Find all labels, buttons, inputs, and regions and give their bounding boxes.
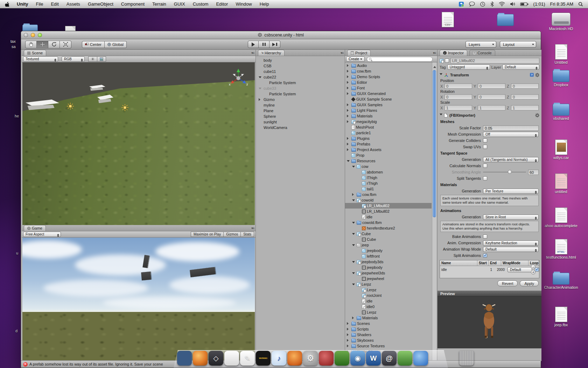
project-item[interactable]: Lerpz xyxy=(345,281,432,287)
project-item[interactable]: jeepwheel xyxy=(345,276,432,281)
foldout-arrow[interactable] xyxy=(347,115,350,117)
project-item[interactable]: Lerpz xyxy=(345,287,432,293)
tab-scene[interactable]: Scene xyxy=(24,50,46,56)
position-x-field[interactable]: 0 xyxy=(444,83,472,89)
hierarchy-item[interactable]: Plane xyxy=(256,108,345,114)
panel-menu-icon[interactable]: ▾≡ xyxy=(433,51,436,55)
scene-platform-large[interactable] xyxy=(26,100,59,111)
project-item[interactable]: Project Assets xyxy=(345,147,432,152)
hand-tool-button[interactable] xyxy=(25,41,37,48)
pause-button[interactable] xyxy=(259,41,270,48)
menu-window[interactable]: Window xyxy=(232,0,255,8)
rotation-z-field[interactable]: 0 xyxy=(511,94,539,100)
project-item[interactable]: Editor xyxy=(345,80,432,85)
foldout-arrow[interactable] xyxy=(352,316,355,319)
project-item[interactable]: tail1 xyxy=(345,186,432,192)
rotation-y-field[interactable]: 0 xyxy=(478,94,505,100)
project-item[interactable]: rThigh xyxy=(345,180,432,186)
menu-clock[interactable]: Fri 8:35 AM xyxy=(550,1,573,7)
project-item[interactable]: jeepbody xyxy=(345,248,432,253)
value-dropdown[interactable]: Store in Root xyxy=(483,214,539,220)
project-item[interactable]: idle xyxy=(345,214,432,220)
hierarchy-item[interactable]: cube22 xyxy=(256,74,345,80)
foldout-arrow[interactable] xyxy=(347,339,350,342)
slider[interactable] xyxy=(483,172,526,172)
project-item[interactable]: Skyboxes xyxy=(345,338,432,343)
foldout-arrow[interactable] xyxy=(347,137,350,140)
menu-unity[interactable]: Unity xyxy=(13,0,32,8)
spotlight-icon[interactable] xyxy=(578,2,583,7)
project-item[interactable]: GUIX Samples xyxy=(345,102,432,108)
project-item[interactable]: Demo Scripts xyxy=(345,74,432,80)
project-item[interactable]: jeep xyxy=(345,242,432,248)
value-dropdown[interactable]: Keyframe Reduction xyxy=(483,240,539,246)
trash-icon[interactable] xyxy=(459,351,474,366)
maximize-on-play-toggle[interactable]: Maximize on Play xyxy=(191,232,224,237)
desktop-icon-ahoo-autocomplete[interactable]: ahoo autocomplete xyxy=(544,207,578,228)
foldout-arrow[interactable] xyxy=(347,328,350,330)
desktop-icon-macintosh-hd[interactable]: Macintosh HD xyxy=(544,13,578,31)
menu-terrain[interactable]: Terrain xyxy=(148,0,170,8)
tab-hierarchy[interactable]: '≡ Hierarchy xyxy=(258,50,285,56)
desktop-icon-csv[interactable]: CSV xyxy=(442,12,454,27)
system-prefs-icon[interactable]: ⚙ xyxy=(303,351,318,366)
foldout-arrow[interactable] xyxy=(347,322,350,325)
hierarchy-item[interactable]: Particle System xyxy=(256,91,345,97)
layout-dropdown[interactable]: Layout xyxy=(500,41,536,48)
position-z-field[interactable]: 0 xyxy=(511,83,539,89)
menu-custom[interactable]: Custom xyxy=(189,0,212,8)
project-item[interactable]: MeshPivot xyxy=(345,124,432,130)
apple-menu[interactable] xyxy=(0,1,13,7)
firefox-icon[interactable] xyxy=(193,351,208,366)
remove-clip-button[interactable]: – xyxy=(531,265,536,269)
slider-value-field[interactable]: 60 xyxy=(528,170,539,175)
red-app-icon[interactable] xyxy=(319,351,334,366)
project-item[interactable]: idle xyxy=(345,298,432,304)
terminal-warning-icon[interactable]: WARNING xyxy=(256,351,271,366)
value-dropdown[interactable]: All (Tangents and Normals) xyxy=(483,157,539,162)
value-dropdown[interactable]: Off xyxy=(483,132,539,137)
battery-icon[interactable] xyxy=(520,2,528,6)
menu-help[interactable]: Help xyxy=(256,0,273,8)
gizmos-toggle[interactable]: Gizmos xyxy=(223,232,241,237)
tag-dropdown[interactable]: Untagged xyxy=(447,64,490,70)
menu-guix[interactable]: GUIX xyxy=(170,0,189,8)
scene-cube-small[interactable] xyxy=(89,85,105,91)
scale-x-field[interactable]: 1 xyxy=(444,105,472,110)
foldout-arrow[interactable] xyxy=(352,261,355,264)
menu-component[interactable]: Component xyxy=(117,0,148,8)
value-field[interactable]: 0.05 xyxy=(483,125,539,131)
checkbox[interactable] xyxy=(483,234,487,239)
desktop-icon-willys-car[interactable]: willys.car xyxy=(544,139,578,160)
hierarchy-item[interactable]: cube11 xyxy=(256,69,345,74)
word-icon[interactable]: W xyxy=(366,351,381,366)
search-input[interactable] xyxy=(367,57,433,62)
window-title-bar[interactable]: csbscene.unity - html xyxy=(21,31,541,39)
bluetooth-icon[interactable] xyxy=(490,1,494,7)
fireworks-icon[interactable] xyxy=(287,351,302,366)
object-name-field[interactable]: LR_LMbull02 xyxy=(450,58,539,63)
step-button[interactable] xyxy=(270,41,280,48)
desktop-icon-jeep-fbx[interactable]: jeep.fbx xyxy=(544,307,578,327)
chat-bubble-icon[interactable] xyxy=(469,1,475,7)
rotation-x-field[interactable]: 0 xyxy=(444,94,472,100)
unity-icon[interactable]: ◇ xyxy=(209,351,223,366)
clip-wrapmode-dropdown[interactable]: Default xyxy=(507,267,532,272)
active-checkbox[interactable] xyxy=(445,59,449,63)
editor-app-icon[interactable] xyxy=(224,351,239,366)
checkbox[interactable] xyxy=(483,138,487,143)
tab-console[interactable]: Console xyxy=(469,50,495,56)
scene-cube-medium[interactable] xyxy=(97,95,113,104)
parallels-icon[interactable] xyxy=(177,351,192,366)
scroll-up-arrow[interactable] xyxy=(433,64,436,68)
foldout-arrow[interactable] xyxy=(347,92,350,95)
foldout-arrow[interactable] xyxy=(440,73,442,76)
textedit-icon[interactable]: ✎ xyxy=(240,351,255,366)
foldout-arrow[interactable] xyxy=(352,272,355,275)
project-item[interactable]: rootJoint xyxy=(345,293,432,298)
project-item[interactable]: cowold xyxy=(345,197,432,203)
foldout-arrow[interactable] xyxy=(347,333,350,336)
create-button[interactable]: Create xyxy=(346,56,365,62)
add-clip-button[interactable]: + xyxy=(531,270,536,274)
scrollbar-thumb[interactable] xyxy=(433,70,436,217)
